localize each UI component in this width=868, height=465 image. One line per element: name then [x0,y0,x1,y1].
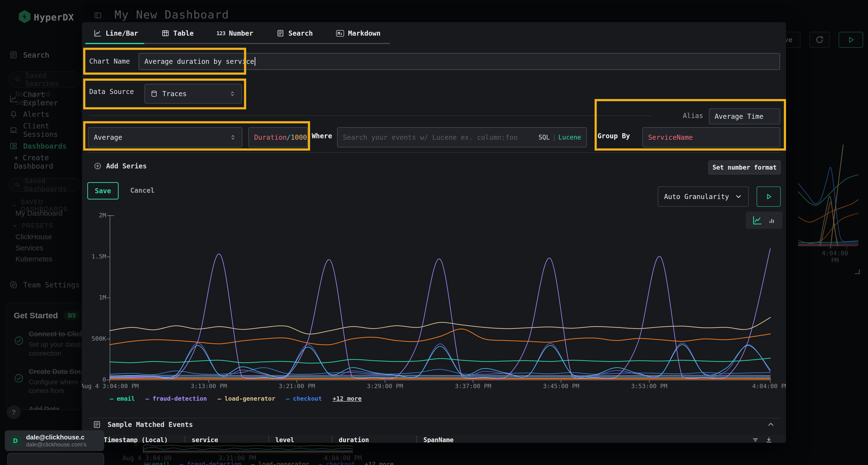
chart-name-input[interactable]: Average duration by service [138,53,780,70]
divider [87,418,781,418]
sidebar-item-kubernetes[interactable]: Kubernetes [16,255,52,263]
legend-item-load-generator[interactable]: —load-generator [217,395,275,402]
x-axis-tick-label: 3:45:00 PM [530,383,592,390]
alias-input[interactable]: Average Time [709,108,780,124]
gear-icon [9,280,18,289]
sidebar-item-team-settings[interactable]: Team Settings [0,279,82,290]
y-axis-tick-label: 0 [83,376,106,383]
aggregation-select[interactable]: Average [88,127,242,147]
tab-search[interactable]: Search [276,29,313,37]
query-language-toggle[interactable]: SQL|Lucene [538,134,581,141]
column-header-spanname[interactable]: SpanName [424,436,544,443]
get-started-item-add-data[interactable]: Add DataStart sending logs, metrics, or … [14,404,82,410]
tab-table[interactable]: Table [161,29,194,37]
line-chart-icon[interactable] [752,215,763,226]
tab-label: Search [288,29,313,37]
check-circle-icon [14,373,24,383]
data-source-select[interactable]: Traces [145,84,242,104]
grid-icon [9,142,18,150]
sidebar-item-services[interactable]: Services [16,244,43,252]
chart-series-line [798,242,858,243]
get-started-item-create-data-source[interactable]: Create Data SourceConfigure where your d… [14,367,82,395]
table-header-icons [752,436,786,443]
resize-handle-icon[interactable] [855,269,860,274]
chart-series-line [798,244,858,244]
column-header-timestamp-local[interactable]: Timestamp (Local) [104,436,185,443]
section-header-presets[interactable]: PRESETS [11,222,53,229]
help-button[interactable]: ? [7,405,21,419]
select-chevrons-icon [229,90,236,97]
sidebar-item-chart-explorer[interactable]: Chart Explorer [0,94,82,104]
laptop-icon [9,126,18,134]
doc-icon [276,29,284,37]
sample-matched-events-header[interactable]: Sample Matched Events [93,420,193,429]
granularity-select[interactable]: Auto Granularity [658,187,749,207]
background-legend-item: — load-generator [251,461,309,465]
database-icon [150,90,158,98]
app-logo-text: HyperDX [34,12,74,23]
tab-line-bar[interactable]: Line/Bar [94,29,138,37]
sidebar-item-dashboards[interactable]: Dashboards [0,141,82,151]
tab-label: Number [229,29,253,37]
x-axis-tick-label: 4:04:00 PM [739,383,786,390]
edit-chart-modal: Line/BarTable123NumberSearchM↓Markdown C… [82,22,786,443]
sidebar-item-clickhouse[interactable]: ClickHouse [16,233,52,241]
x-axis-tick-label: 3:29:00 PM [354,383,416,390]
bar-chart-icon[interactable] [768,216,776,224]
chart-style-toggle[interactable] [746,211,782,229]
legend-dash: — [145,395,149,402]
run-query-button[interactable] [839,32,863,48]
play-icon [846,35,856,44]
sidebar-item-alerts[interactable]: Alerts [0,109,82,120]
dashboard-title[interactable]: My New Dashboard [115,8,229,21]
tab-markdown[interactable]: M↓Markdown [336,29,380,37]
chart-series-line [110,376,770,376]
get-started-item-connect-to-clickhouse[interactable]: Connect to ClickHouseSet up your databas… [14,329,82,358]
tab-number[interactable]: 123Number [217,29,253,37]
sidebar-item-my-dashboard[interactable]: My Dashboard [16,209,62,217]
column-header-service[interactable]: service [192,436,268,443]
123-icon: 123 [217,29,225,37]
field-input[interactable]: Duration/1000 [248,127,308,147]
save-button[interactable]: Save [87,182,119,199]
run-chart-button[interactable] [756,187,781,207]
saved-searches-input[interactable]: Saved Searches [8,71,81,88]
legend-item-checkout[interactable]: —checkout [286,395,322,402]
collapse-sidebar-icon[interactable] [94,11,102,20]
sidebar-item-search[interactable]: Search [0,49,82,60]
sidebar-item-client-sessions[interactable]: Client Sessions [0,125,82,135]
hyperdx-logo-icon [19,10,30,23]
saved-dashboards-input[interactable]: Saved Dashboards [8,178,81,192]
group-by-input[interactable]: ServiceName [642,127,780,147]
user-email-sub: dale@clickhouse.com's [26,441,86,448]
legend-item-email[interactable]: —email [110,395,135,402]
field-token: 1000 [291,133,307,141]
chevron-up-icon[interactable] [767,420,775,428]
text-caret [255,57,255,66]
add-series-button[interactable]: Add Series [94,162,147,170]
user-email: dale@clickhouse.c [26,434,86,441]
set-number-format-button[interactable]: Set number format [708,161,781,174]
get-started-title: Get Started [14,311,58,320]
column-header-duration[interactable]: duration [339,436,416,443]
column-separator [332,436,333,443]
cancel-button[interactable]: Cancel [130,187,155,194]
refresh-button[interactable] [809,32,830,48]
chevron-down-icon [11,202,17,209]
chart-series-line [110,378,770,378]
create-dashboard-button[interactable]: + Create Dashboard [0,157,82,167]
chart-series-line [798,167,858,242]
legend-dash: — [286,395,289,402]
plus-circle-icon [94,162,102,170]
sidebar-item-label: Client Sessions [23,122,82,138]
column-header-level[interactable]: level [275,436,332,443]
play-icon [765,193,773,201]
user-menu-chip[interactable]: D dale@clickhouse.c dale@clickhouse.com'… [5,430,104,451]
legend-item-12-more[interactable]: +12 more [333,395,362,402]
magnifier-icon [14,76,21,83]
chart-series-line [110,318,770,334]
line-chart-icon [9,94,18,103]
x-axis-tick-label: 3:21:00 PM [266,383,328,390]
legend-item-fraud-detection[interactable]: —fraud-detection [145,395,207,402]
where-search-input[interactable]: Search your events w/ Lucene ex. column:… [337,127,587,147]
